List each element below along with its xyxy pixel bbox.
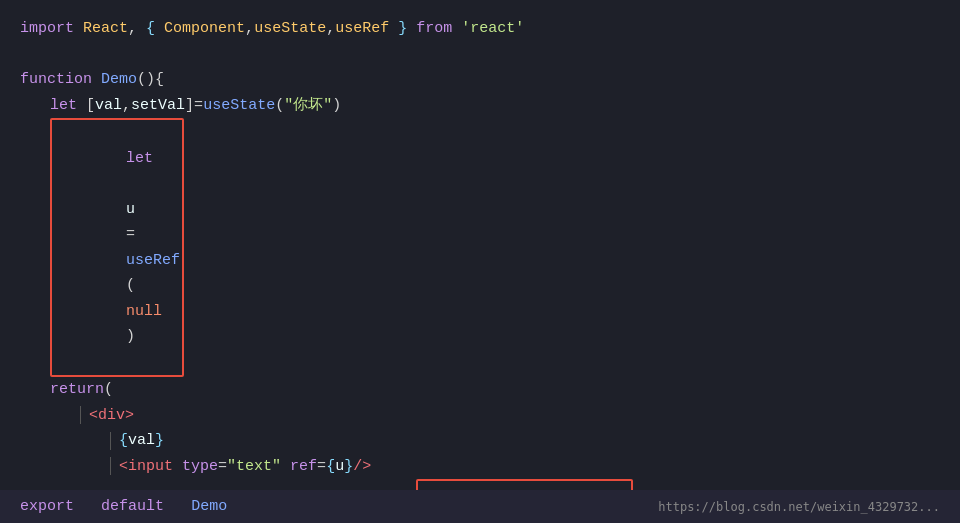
initial-value-str: "你坏" (284, 93, 332, 119)
eq: = (317, 454, 326, 480)
ucurrent-highlight-box: u.current.value (416, 479, 633, 490)
comma: , (122, 93, 131, 119)
code-line-9: <button onClick = { () => { setVal ( val… (20, 479, 940, 490)
open-bracket: [ (86, 93, 95, 119)
self-close: /> (353, 454, 371, 480)
open-paren: ( (275, 93, 284, 119)
val-expr: val (128, 428, 155, 454)
paren-open: (){ (137, 67, 164, 93)
ref-brace-open: { (326, 454, 335, 480)
space (173, 454, 182, 480)
import-keyword: import (20, 16, 74, 42)
space (407, 16, 416, 42)
space (281, 454, 290, 480)
code-line-6: <div> (20, 403, 940, 429)
space (77, 93, 86, 119)
from-keyword: from (416, 16, 452, 42)
input-tag: <input (119, 454, 173, 480)
indent-guide (110, 457, 111, 475)
code-line-3: let [ val , setVal ] = useState ( "你坏" ) (20, 93, 940, 119)
useref-fn: useRef (126, 252, 180, 269)
code-editor: import React , { Component , useState , … (0, 0, 960, 523)
close-brace: } (398, 16, 407, 42)
let-keyword-2: let (126, 150, 153, 167)
ref-attr: ref (290, 454, 317, 480)
equals: = (194, 93, 203, 119)
function-keyword: function (20, 67, 92, 93)
space (389, 16, 398, 42)
comma: , (245, 16, 254, 42)
let-keyword: let (50, 93, 77, 119)
val-var: val (95, 93, 122, 119)
react-string: 'react' (461, 16, 524, 42)
close-brace-val: } (155, 428, 164, 454)
component-name: Component (164, 16, 245, 42)
space (173, 498, 182, 515)
code-line-2: function Demo (){ (20, 67, 940, 93)
return-keyword: return (50, 377, 104, 403)
type-value: "text" (227, 454, 281, 480)
export-demo-name: Demo (191, 498, 227, 515)
open-paren: ( (126, 277, 135, 294)
setval-var: setVal (131, 93, 185, 119)
export-line: export default Demo (20, 498, 227, 515)
usestate-name: useState (254, 16, 326, 42)
export-keyword: export (20, 498, 74, 515)
null-value: null (126, 303, 162, 320)
div-open-tag: <div> (89, 403, 134, 429)
code-line-5: return ( (20, 377, 940, 403)
close-bracket: ] (185, 93, 194, 119)
usestate-fn: useState (203, 93, 275, 119)
close-paren: ) (332, 93, 341, 119)
footer-bar: export default Demo https://blog.csdn.ne… (0, 490, 960, 523)
space (452, 16, 461, 42)
comma: , (326, 16, 335, 42)
u-ref: u (335, 454, 344, 480)
ref-brace-close: } (344, 454, 353, 480)
type-attr: type (182, 454, 218, 480)
demo-function-name: Demo (101, 67, 137, 93)
code-line-1: import React , { Component , useState , … (20, 16, 940, 42)
url-text: https://blog.csdn.net/weixin_4329732... (658, 500, 940, 514)
useref-name: useRef (335, 16, 389, 42)
react-name: React (83, 16, 128, 42)
equals: = (126, 226, 135, 243)
useref-highlight-box: let u = useRef ( null ) (50, 118, 184, 377)
close-paren: ) (126, 328, 135, 345)
space (74, 16, 83, 42)
space (126, 175, 135, 192)
space (92, 67, 101, 93)
eq: = (218, 454, 227, 480)
default-keyword: default (101, 498, 164, 515)
code-line-4: let u = useRef ( null ) (20, 118, 940, 377)
space (83, 498, 92, 515)
code-area: import React , { Component , useState , … (0, 0, 960, 490)
code-line-7: { val } (20, 428, 940, 454)
code-line-8: <input type = "text" ref = { u } /> (20, 454, 940, 480)
open-paren: ( (104, 377, 113, 403)
open-brace: { (146, 16, 155, 42)
code-line-empty1 (20, 42, 940, 68)
indent-guide (80, 406, 81, 424)
open-brace-val: { (119, 428, 128, 454)
comma: , (128, 16, 146, 42)
space (155, 16, 164, 42)
u-var: u (126, 201, 135, 218)
indent-guide (110, 432, 111, 450)
